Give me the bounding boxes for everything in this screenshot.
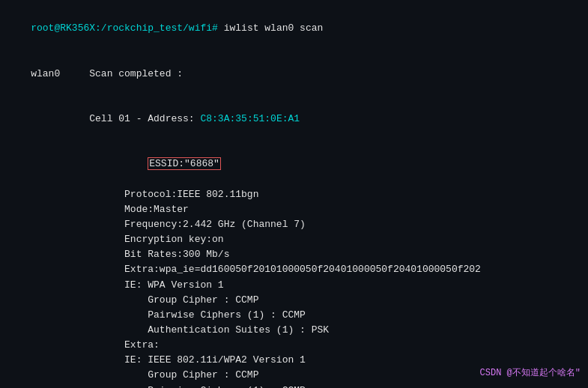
essid-highlighted: ESSID:"6868" [148,157,221,170]
terminal-line: Cell 01 - Address: C8:3A:35:51:0E:A1 [7,97,581,142]
terminal-line: IE: WPA Version 1 [7,278,581,293]
terminal-line: Protocol:IEEE 802.11bgn [7,187,581,202]
prompt-path: root@RK356X:/rockchip_test/wifi# [31,22,223,34]
terminal-line: Frequency:2.442 GHz (Channel 7) [7,217,581,232]
terminal-line: Group Cipher : CCMP [7,293,581,308]
terminal-line: Mode:Master [7,202,581,217]
terminal-line-essid: ESSID:"6868" [7,142,581,187]
terminal-line: Pairwise Ciphers (1) : CCMP [7,384,581,388]
mac-address-1: C8:3A:35:51:0E:A1 [200,113,300,124]
terminal-line: Extra: [7,338,581,353]
terminal-line: Bit Rates:300 Mb/s [7,247,581,262]
terminal-line: Extra:wpa_ie=dd160050f20101000050f204010… [7,262,581,277]
watermark: CSDN @不知道起个啥名" [480,366,581,379]
terminal-line: Pairwise Ciphers (1) : CCMP [7,308,581,323]
terminal-line: Authentication Suites (1) : PSK [7,323,581,338]
terminal-line: wlan0 Scan completed : [7,51,581,96]
command-text: iwlist wlan0 scan [224,22,324,34]
terminal-line: Encryption key:on [7,232,581,247]
terminal-line: root@RK356X:/rockchip_test/wifi# iwlist … [7,6,581,51]
terminal-window: root@RK356X:/rockchip_test/wifi# iwlist … [0,0,588,388]
